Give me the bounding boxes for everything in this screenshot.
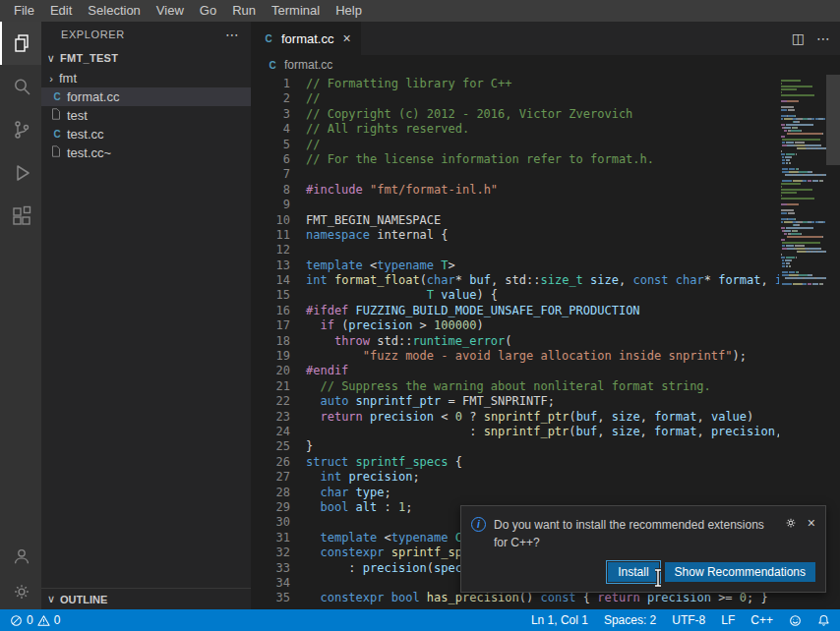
code-line-10[interactable]: 10FMT_BEGIN_NAMESPACE bbox=[251, 213, 779, 228]
line-text: template <typename T> bbox=[290, 258, 455, 273]
code-line-28[interactable]: 28 char type; bbox=[251, 486, 779, 500]
code-line-27[interactable]: 27 int precision; bbox=[251, 470, 779, 485]
line-number: 1 bbox=[251, 77, 290, 91]
line-text: namespace internal { bbox=[290, 228, 449, 243]
sidebar-explorer: EXPLORER ⋯ ∨ FMT_TEST ›fmtCformat.cctest… bbox=[41, 22, 251, 609]
code-line-14[interactable]: 14int format_float(char* buf, std::size_… bbox=[251, 273, 779, 288]
file-item-fmt[interactable]: ›fmt bbox=[41, 69, 251, 87]
line-text: FMT_BEGIN_NAMESPACE bbox=[290, 213, 441, 228]
cpp-file-icon: C bbox=[49, 91, 65, 102]
code-line-6[interactable]: 6// For the license information refer to… bbox=[251, 152, 779, 167]
code-line-13[interactable]: 13template <typename T> bbox=[251, 258, 779, 273]
code-line-21[interactable]: 21 // Suppress the warning about nonlite… bbox=[251, 379, 779, 394]
menu-item-help[interactable]: Help bbox=[328, 0, 370, 22]
code-line-19[interactable]: 19 "fuzz mode - avoid large allocation i… bbox=[251, 349, 779, 364]
breadcrumb[interactable]: C format.cc bbox=[251, 55, 840, 75]
code-line-18[interactable]: 18 throw std::runtime_error( bbox=[251, 334, 779, 349]
encoding[interactable]: UTF-8 bbox=[672, 613, 705, 627]
code-line-35[interactable]: 35 constexpr bool has_precision() const … bbox=[251, 591, 779, 605]
code-line-25[interactable]: 25} bbox=[251, 439, 779, 454]
search-icon[interactable] bbox=[0, 65, 41, 108]
code-line-3[interactable]: 3// Copyright (c) 2012 - 2016, Victor Zv… bbox=[251, 107, 779, 122]
show-recommendations-button[interactable]: Show Recommendations bbox=[665, 562, 815, 582]
explorer-more-icon[interactable]: ⋯ bbox=[225, 27, 239, 42]
bell-icon[interactable] bbox=[817, 614, 830, 627]
menu-item-edit[interactable]: Edit bbox=[42, 0, 80, 22]
line-text: // bbox=[290, 138, 320, 152]
scrollbar-thumb[interactable] bbox=[826, 75, 840, 165]
line-number: 20 bbox=[251, 364, 290, 378]
menu-item-run[interactable]: Run bbox=[224, 0, 264, 22]
code-line-4[interactable]: 4// All rights reserved. bbox=[251, 122, 779, 137]
outline-section[interactable]: ∨ OUTLINE bbox=[41, 588, 251, 609]
line-text: throw std::runtime_error( bbox=[290, 334, 512, 349]
tab-close-icon[interactable]: × bbox=[342, 30, 350, 46]
line-number: 8 bbox=[251, 183, 290, 198]
line-text: // bbox=[290, 91, 320, 106]
chevron-right-icon: › bbox=[45, 73, 57, 85]
error-icon bbox=[10, 614, 23, 627]
notification-message: Do you want to install the recommended e… bbox=[494, 516, 776, 552]
code-line-12[interactable]: 12 bbox=[251, 243, 779, 258]
menu-item-go[interactable]: Go bbox=[192, 0, 224, 22]
install-button[interactable]: Install bbox=[608, 562, 658, 582]
code-line-5[interactable]: 5// bbox=[251, 138, 779, 152]
line-text: : snprintf_ptr(buf, size, format, precis… bbox=[290, 425, 779, 439]
file-tree: ›fmtCformat.cctestCtest.cctest.cc~ bbox=[41, 69, 251, 162]
menu-item-view[interactable]: View bbox=[149, 0, 192, 22]
line-number: 11 bbox=[251, 228, 290, 243]
line-number: 19 bbox=[251, 349, 290, 364]
line-text: // Formatting library for C++ bbox=[290, 77, 512, 91]
menu-item-terminal[interactable]: Terminal bbox=[264, 0, 328, 22]
code-line-15[interactable]: 15 T value) { bbox=[251, 288, 779, 303]
code-line-7[interactable]: 7 bbox=[251, 167, 779, 182]
code-line-24[interactable]: 24 : snprintf_ptr(buf, size, format, pre… bbox=[251, 425, 779, 439]
notification-settings-icon[interactable] bbox=[784, 516, 798, 530]
code-line-23[interactable]: 23 return precision < 0 ? snprintf_ptr(b… bbox=[251, 410, 779, 425]
line-text: int format_float(char* buf, std::size_t … bbox=[290, 273, 779, 288]
source-control-icon[interactable] bbox=[0, 108, 41, 151]
extensions-icon[interactable] bbox=[0, 195, 41, 238]
code-line-22[interactable]: 22 auto snprintf_ptr = FMT_SNPRINTF; bbox=[251, 394, 779, 409]
line-text: // Suppress the warning about nonliteral… bbox=[290, 379, 711, 394]
indentation[interactable]: Spaces: 2 bbox=[604, 613, 656, 627]
explorer-icon[interactable] bbox=[0, 22, 41, 65]
info-icon: i bbox=[471, 517, 486, 532]
scrollbar[interactable] bbox=[826, 75, 840, 609]
run-debug-icon[interactable] bbox=[0, 151, 41, 195]
line-text: // All rights reserved. bbox=[290, 122, 469, 137]
feedback-icon[interactable] bbox=[789, 614, 802, 627]
sidebar-header: EXPLORER ⋯ bbox=[41, 22, 251, 47]
split-editor-icon[interactable]: ◫ bbox=[792, 30, 805, 46]
file-item-test[interactable]: test bbox=[41, 106, 251, 125]
file-item-format.cc[interactable]: Cformat.cc bbox=[41, 87, 251, 106]
file-label: test.cc~ bbox=[67, 145, 111, 160]
tab-format.cc[interactable]: C format.cc × bbox=[251, 22, 361, 55]
language-mode[interactable]: C++ bbox=[750, 613, 773, 627]
file-item-test.cc[interactable]: Ctest.cc bbox=[41, 125, 251, 143]
settings-gear-icon[interactable] bbox=[0, 574, 41, 609]
menu-item-file[interactable]: File bbox=[6, 0, 42, 22]
code-line-20[interactable]: 20#endif bbox=[251, 364, 779, 378]
menu-item-selection[interactable]: Selection bbox=[80, 0, 148, 22]
eol-sequence[interactable]: LF bbox=[721, 613, 735, 627]
code-line-17[interactable]: 17 if (precision > 100000) bbox=[251, 318, 779, 333]
problems-indicator[interactable]: 0 0 bbox=[10, 613, 60, 627]
accounts-icon[interactable] bbox=[0, 539, 41, 574]
line-text bbox=[290, 515, 306, 530]
code-line-11[interactable]: 11namespace internal { bbox=[251, 228, 779, 243]
line-number: 5 bbox=[251, 138, 290, 152]
code-line-8[interactable]: 8#include "fmt/format-inl.h" bbox=[251, 183, 779, 198]
code-line-16[interactable]: 16#ifdef FUZZING_BUILD_MODE_UNSAFE_FOR_P… bbox=[251, 304, 779, 318]
tab-label: format.cc bbox=[281, 31, 333, 46]
root-folder-fmt-test[interactable]: ∨ FMT_TEST bbox=[41, 47, 251, 69]
cursor-position[interactable]: Ln 1, Col 1 bbox=[531, 613, 588, 627]
code-line-1[interactable]: 1// Formatting library for C++ bbox=[251, 77, 779, 91]
code-line-2[interactable]: 2// bbox=[251, 91, 779, 106]
code-line-9[interactable]: 9 bbox=[251, 198, 779, 212]
notification-close-icon[interactable]: × bbox=[808, 516, 815, 530]
code-line-26[interactable]: 26struct sprintf_specs { bbox=[251, 455, 779, 470]
line-number: 13 bbox=[251, 258, 290, 273]
editor-more-icon[interactable]: ⋯ bbox=[816, 30, 830, 46]
file-item-test.cc~[interactable]: test.cc~ bbox=[41, 143, 251, 162]
